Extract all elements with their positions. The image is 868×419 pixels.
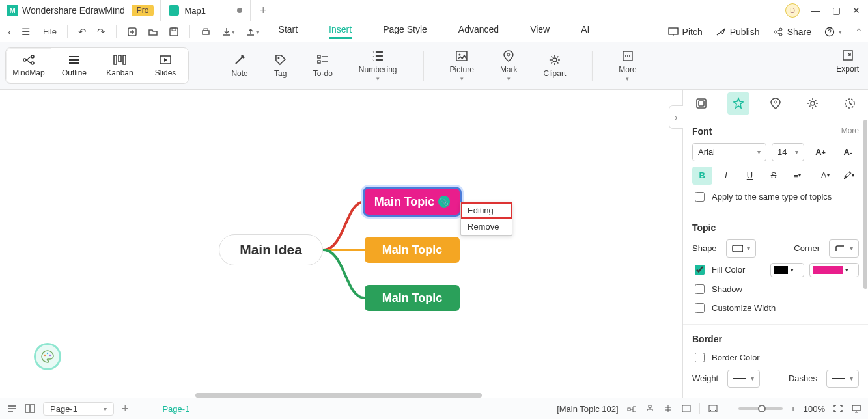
svg-point-30 [629,55,630,57]
minimize-button[interactable]: — [811,5,820,16]
close-button[interactable]: ✕ [852,5,860,16]
font-decrease-button[interactable]: A- [837,143,859,161]
file-menu[interactable]: File [40,27,59,36]
font-increase-button[interactable]: A+ [809,143,832,161]
font-color-button[interactable]: A▾ [815,167,835,185]
context-menu-editing[interactable]: Editing [461,202,512,219]
publish-button[interactable]: Publish [716,27,760,37]
share-button[interactable]: Share [773,27,811,37]
import-dropdown[interactable]: ▾ [243,27,262,37]
custom-width-checkbox[interactable]: Customize Width [692,301,859,315]
fit-screen-icon[interactable] [708,404,718,413]
dashes-select[interactable]: ▾ [826,370,859,388]
page-tab[interactable]: Page-1 [162,404,189,414]
export-dropdown[interactable]: ▾ [219,27,238,37]
help-button[interactable]: ?▾ [824,27,842,37]
font-more-link[interactable]: More [841,126,859,137]
panel-tab-settings[interactable] [802,92,824,115]
tab-document[interactable]: Map1 [160,0,251,21]
fill-color-picker[interactable]: ▾ [809,263,859,277]
split-view-icon[interactable] [25,404,35,413]
border-color-checkbox[interactable]: Border Color [692,351,859,364]
panel-tab-history[interactable] [839,92,861,115]
node-topic-1[interactable]: Main Topic📎 [365,189,460,215]
view-outline[interactable]: Outline [51,48,97,83]
view-slides[interactable]: Slides [143,48,188,83]
new-tab-button[interactable]: + [251,4,276,18]
add-page-button[interactable]: + [122,402,129,416]
shape-select[interactable]: ▾ [726,239,756,258]
panel-tab-icon[interactable] [764,92,787,115]
zoom-in-button[interactable]: + [791,404,796,414]
presentation-icon[interactable] [851,404,861,413]
tool-tag[interactable]: Tag [274,53,287,78]
tool-todo[interactable]: To-do [313,53,333,78]
outline-toggle-icon[interactable] [7,404,17,413]
font-size-select[interactable]: 14▾ [772,143,804,161]
outline-color-picker[interactable]: ▾ [770,263,804,277]
layout-2-icon[interactable] [645,404,655,413]
attachment-icon[interactable]: 📎 [438,196,450,208]
align-button[interactable]: ≡ ▾ [787,167,807,185]
apply-same-type-checkbox[interactable]: Apply to the same type of topics [692,190,859,204]
maximize-button[interactable]: ▢ [832,5,841,16]
node-main-idea[interactable]: Main Idea [219,234,323,265]
node-topic-3[interactable]: Main Topic [365,285,460,311]
back-button[interactable]: ‹ [5,26,14,37]
context-menu: Editing Remove [460,202,512,236]
undo-button[interactable]: ↶ [76,26,89,38]
panel-tab-ai[interactable] [727,92,749,115]
pitch-button[interactable]: Pitch [668,27,703,37]
menu-view[interactable]: View [530,24,550,39]
user-avatar[interactable]: D [785,3,800,18]
tool-more[interactable]: More▾ [619,49,636,82]
weight-label: Weight [692,373,718,383]
view-mindmap[interactable]: MindMap [6,48,51,83]
save-button[interactable] [166,27,182,37]
export-button[interactable]: Export [836,49,859,74]
menu-insert[interactable]: Insert [329,24,352,39]
layout-4-icon[interactable] [681,404,692,413]
page-selector[interactable]: Page-1▾ [43,402,114,416]
panel-scrollbar[interactable] [863,120,867,289]
menu-ai[interactable]: AI [581,24,589,39]
shadow-checkbox[interactable]: Shadow [692,282,859,296]
menu-page-style[interactable]: Page Style [383,24,427,39]
tool-picture[interactable]: Picture▾ [450,49,474,82]
underline-button[interactable]: U [740,167,760,185]
panel-collapse-button[interactable]: › [669,105,683,129]
weight-select[interactable]: ▾ [727,370,760,388]
collapse-ribbon-button[interactable]: ⌃ [855,27,863,37]
theme-palette-button[interactable] [34,343,61,370]
menu-advanced[interactable]: Advanced [458,24,499,39]
bold-button[interactable]: B [692,167,712,185]
menu-start[interactable]: Start [279,24,298,39]
corner-select[interactable]: ▾ [829,239,859,258]
tab-app[interactable]: M Wondershare EdrawMind Pro [0,0,160,21]
zoom-out-button[interactable]: − [726,404,731,414]
node-topic-2[interactable]: Main Topic [365,237,460,263]
italic-button[interactable]: I [716,167,736,185]
zoom-slider[interactable] [738,407,783,410]
tool-clipart[interactable]: Clipart [544,53,567,78]
fullscreen-icon[interactable] [833,404,843,413]
print-button[interactable] [198,27,214,37]
horizontal-scrollbar[interactable] [195,393,482,398]
view-kanban[interactable]: Kanban [97,48,143,83]
highlight-button[interactable]: 🖍▾ [839,167,859,185]
layout-1-icon[interactable] [626,404,637,413]
tool-note[interactable]: Note [231,53,247,78]
new-button[interactable] [124,27,140,37]
open-button[interactable] [145,27,161,37]
tool-numbering[interactable]: 123Numbering▾ [359,49,397,82]
font-family-select[interactable]: Arial▾ [692,143,766,161]
context-menu-remove[interactable]: Remove [461,219,512,235]
canvas[interactable]: Main Idea Main Topic📎 Main Topic Main To… [0,90,682,398]
hamburger-icon[interactable]: ☰ [19,26,33,38]
panel-tab-style[interactable] [690,92,712,115]
layout-3-icon[interactable] [663,404,673,413]
tool-mark[interactable]: Mark▾ [500,49,518,82]
redo-button[interactable]: ↷ [94,26,108,38]
fill-color-checkbox[interactable]: Fill Color ▾ ▾ [692,263,859,277]
strikethrough-button[interactable]: S [764,167,784,185]
